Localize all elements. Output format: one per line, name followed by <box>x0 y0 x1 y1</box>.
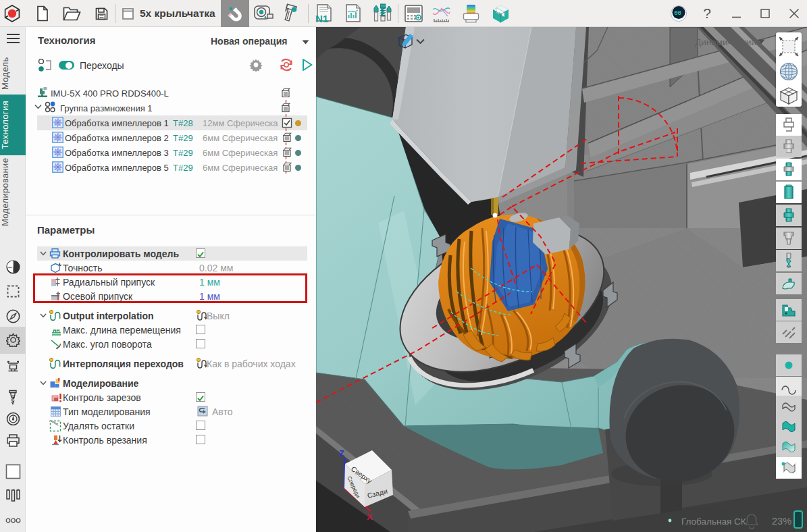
svg-text:Z: Z <box>339 448 344 458</box>
svg-text:N1: N1 <box>315 13 328 24</box>
svg-text:Глобальная СК: Глобальная СК <box>681 516 746 527</box>
svg-text:Динамический: Динамический <box>695 37 756 47</box>
svg-text:00: 00 <box>674 10 681 17</box>
svg-text:X: X <box>367 512 373 522</box>
